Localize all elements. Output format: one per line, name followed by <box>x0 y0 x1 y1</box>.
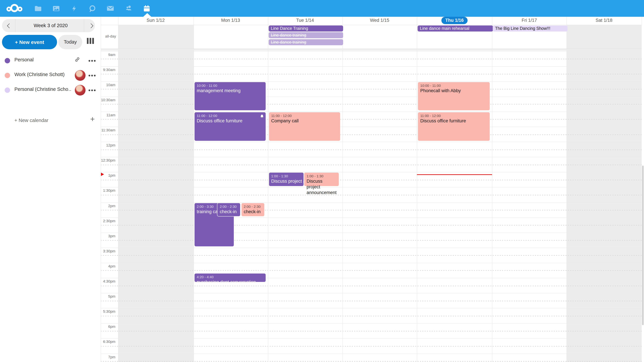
contacts-app-icon[interactable] <box>120 0 138 17</box>
calendar-actions-menu-icon[interactable] <box>88 89 97 91</box>
calendar-event[interactable]: 11:00 - 12:00Discuss office furniture <box>418 112 490 141</box>
day-column-header[interactable]: Fri 1/17 <box>492 17 566 25</box>
time-axis-label: 4pm <box>100 264 116 268</box>
time-axis-label: 2:30pm <box>100 219 116 223</box>
calendar-actions-menu-icon[interactable] <box>88 74 97 76</box>
calendar-event[interactable]: 2:00 - 2:30check-in <box>241 203 265 217</box>
scrollbar-thumb[interactable] <box>642 166 644 325</box>
time-axis-label: 5pm <box>100 294 116 298</box>
calendar-name: Personal <box>14 57 72 62</box>
photos-app-icon[interactable] <box>47 0 65 17</box>
all-day-event[interactable]: Line dance training <box>268 32 343 38</box>
files-app-icon[interactable] <box>29 0 47 17</box>
calendar-event[interactable]: 1:00 - 1:30Discuss project announcement <box>304 172 339 186</box>
calendar-list-item[interactable]: Work (Christine Schott) <box>0 68 100 83</box>
all-day-event[interactable]: Line dance training <box>268 39 343 45</box>
calendar-color-dot[interactable] <box>5 87 10 93</box>
calendar-event[interactable]: 1:00 - 1:30Discuss project announcement <box>268 172 304 186</box>
calendar-name: Personal (Christine Scho… <box>14 86 72 92</box>
week-view-toggle-icon[interactable] <box>87 38 94 44</box>
calendar-owner-avatar <box>75 85 86 95</box>
current-time-arrow-icon <box>101 173 104 176</box>
time-axis-label: 12:30pm <box>100 158 116 162</box>
reminder-bell-icon <box>260 114 264 120</box>
time-axis-label: 6pm <box>100 325 116 329</box>
talk-app-icon[interactable] <box>83 0 101 17</box>
all-day-event[interactable]: Line Dance Training <box>268 25 343 31</box>
day-column-header[interactable]: Tue 1/14 <box>268 17 342 25</box>
calendar-owner-avatar <box>75 70 86 81</box>
app-menu <box>29 0 156 17</box>
day-column-header[interactable]: Sat 1/18 <box>566 17 642 25</box>
time-axis-label: 4:30pm <box>100 279 116 283</box>
new-event-button[interactable]: + New event <box>2 35 57 49</box>
time-axis-label: 7pm <box>100 355 116 359</box>
calendar-actions-menu-icon[interactable] <box>88 60 97 62</box>
calendar-event[interactable]: 10:00 - 11:00Phonecall with Abby <box>418 82 490 111</box>
calendar-event[interactable]: 11:00 - 12:00Company call <box>268 112 340 141</box>
today-button[interactable]: Today <box>58 35 82 49</box>
topbar <box>0 0 644 17</box>
day-column-header[interactable]: Thu 1/16 <box>417 17 492 25</box>
time-axis-label: 5:30pm <box>100 309 116 313</box>
time-axis-label: 12pm <box>100 143 116 147</box>
sidebar: Week 3 of 2020 + New event Today Persona… <box>0 17 100 362</box>
all-day-event[interactable]: Line dance main rehearsal <box>418 25 493 31</box>
calendar-name: Work (Christine Schott) <box>14 72 72 77</box>
calendar-event[interactable]: 11:00 - 12:00Discuss office furniture <box>194 112 266 141</box>
time-axis-label: 2pm <box>100 204 116 208</box>
today-date-pill[interactable]: Thu 1/16 <box>441 17 468 24</box>
all-day-label: all-day <box>100 34 116 38</box>
week-switcher: Week 3 of 2020 <box>2 19 95 32</box>
time-axis-label: 1:30pm <box>100 189 116 193</box>
scrollbar-track <box>642 25 644 362</box>
calendar-list-item[interactable]: Personal (Christine Scho… <box>0 83 100 97</box>
calendar-color-dot[interactable] <box>5 73 10 78</box>
calendar-event[interactable]: 2:00 - 2:30check-in <box>217 203 240 217</box>
time-axis-label: 9:30am <box>100 67 116 71</box>
calendar-list-item[interactable]: Personal <box>0 53 100 68</box>
time-axis-label: 11:30am <box>100 128 116 132</box>
nextcloud-logo[interactable] <box>6 3 22 14</box>
plus-icon: + <box>90 115 95 124</box>
time-axis-label: 10:30am <box>100 98 116 102</box>
time-axis-label: 10am <box>100 83 116 87</box>
day-column-header[interactable]: Sun 1/12 <box>118 17 193 25</box>
calendar-color-dot[interactable] <box>5 58 10 63</box>
weekend-column-shading <box>566 25 642 362</box>
weekend-column-shading <box>118 25 193 362</box>
all-day-event[interactable]: The Big Line Dancing Show!!! <box>493 25 567 31</box>
time-axis-label: 3pm <box>100 234 116 238</box>
week-range-label[interactable]: Week 3 of 2020 <box>17 19 84 32</box>
activity-app-icon[interactable] <box>65 0 83 17</box>
mail-app-icon[interactable] <box>101 0 120 17</box>
time-axis-label: 6:30pm <box>100 340 116 344</box>
time-axis-label: 11am <box>100 113 116 117</box>
time-axis-label: 9am <box>100 52 116 56</box>
new-calendar-item[interactable]: + New calendar + <box>0 114 100 129</box>
previous-week-icon[interactable] <box>7 23 12 28</box>
next-week-icon[interactable] <box>88 23 93 28</box>
nextcloud-calendar-app: Week 3 of 2020 + New event Today Persona… <box>0 0 644 362</box>
day-column-header[interactable]: Mon 1/13 <box>193 17 268 25</box>
calendar-week-view: 9am9:30am10am10:30am11am11:30am12pm12:30… <box>100 17 644 362</box>
current-time-line <box>417 174 492 175</box>
active-app-pointer <box>143 13 151 17</box>
day-column-header[interactable]: Wed 1/15 <box>342 17 417 25</box>
calendar-event[interactable]: 4:20 - 4:40purchasing dept conversation <box>194 273 266 282</box>
calendar-event[interactable]: 10:00 - 11:00management meeting <box>194 82 266 111</box>
share-link-icon[interactable] <box>74 57 80 64</box>
time-axis-label: 3:30pm <box>100 249 116 253</box>
